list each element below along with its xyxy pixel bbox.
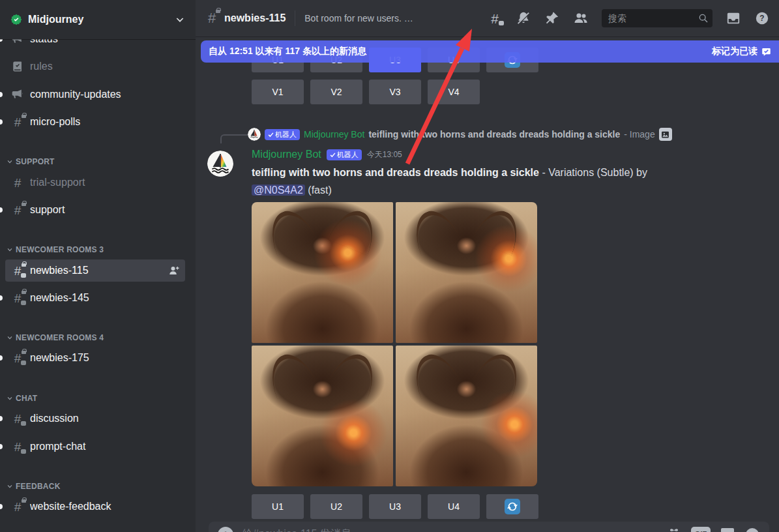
category-newcomer-rooms-3[interactable]: NEWCOMER ROOMS 3 [5, 242, 185, 258]
sidebar-item-newbies-145[interactable]: # newbies-145 [5, 287, 185, 309]
message-input[interactable] [241, 527, 658, 532]
generated-image-1[interactable] [252, 202, 393, 343]
sidebar-item-prompt-chat[interactable]: # prompt-chat [5, 436, 185, 458]
emoji-icon[interactable] [744, 527, 760, 532]
prompt-text: teifling with two horns and dreads dread… [252, 167, 539, 178]
sidebar-item-trial-support[interactable]: # trial-support [5, 171, 185, 194]
sidebar-item-community-updates[interactable]: community-updates [5, 83, 185, 106]
hash-bubble-icon: # [10, 411, 25, 426]
channel-label: discussion [30, 413, 180, 424]
message-tail: (fast) [308, 185, 331, 196]
check-icon [330, 152, 336, 158]
upscale-button-u4-bottom[interactable]: U4 [428, 494, 480, 519]
search-box[interactable] [602, 9, 713, 27]
category-chat[interactable]: CHAT [5, 391, 185, 406]
gif-icon[interactable]: GIF [691, 527, 711, 532]
avatar[interactable] [207, 151, 233, 177]
composer-icons: GIF [666, 527, 760, 532]
upscale-button-u2-bottom[interactable]: U2 [310, 494, 362, 519]
channel-label: prompt-chat [30, 441, 180, 452]
sidebar-item-support[interactable]: # support [5, 199, 185, 221]
hash-lock-icon: # [205, 10, 219, 27]
inbox-icon[interactable] [726, 10, 741, 26]
channel-label: website-feedback [30, 501, 180, 512]
threads-icon[interactable]: # [487, 10, 503, 26]
variation-button-v3[interactable]: V3 [369, 80, 421, 104]
generated-image-grid[interactable] [252, 202, 537, 486]
server-header[interactable]: Midjourney [0, 0, 196, 39]
hash-lock-icon: # [10, 203, 25, 217]
search-input[interactable] [607, 12, 698, 24]
header-toolbar: # ? [487, 9, 770, 27]
sidebar-item-newbies-115[interactable]: # newbies-115 [5, 259, 185, 282]
help-icon[interactable]: ? [754, 10, 770, 26]
message-composer[interactable]: + GIF [209, 522, 769, 532]
category-support[interactable]: SUPPORT [5, 154, 185, 170]
search-icon [698, 13, 709, 23]
unread-dot [0, 295, 3, 301]
reply-spine [220, 134, 249, 143]
sidebar-item-website-feedback[interactable]: # website-feedback [5, 495, 185, 518]
attach-plus-icon[interactable]: + [218, 527, 233, 532]
hash-icon: # [10, 175, 25, 190]
chevron-down-icon [175, 14, 185, 25]
sidebar-item-rules[interactable]: rules [5, 55, 185, 78]
user-mention[interactable]: @N0S4A2 [252, 185, 305, 196]
upscale-button-u3-bottom[interactable]: U3 [369, 494, 421, 519]
category-feedback[interactable]: FEEDBACK [5, 479, 185, 494]
refresh-icon [505, 499, 520, 514]
reply-author[interactable]: Midjourney Bot [304, 129, 364, 140]
chat-main: U1 U2 U3 U4 V1 V2 V3 V4 机器人 Midjourney B… [196, 0, 779, 532]
variation-button-v2[interactable]: V2 [310, 80, 362, 104]
hash-lock-icon: # [10, 115, 25, 129]
divider [295, 10, 295, 26]
unread-dot [0, 504, 3, 509]
generated-image-2[interactable] [396, 202, 537, 343]
bot-badge: 机器人 [265, 129, 300, 140]
channel-title: newbies-115 [224, 12, 286, 24]
reroll-button-bottom[interactable] [486, 494, 538, 519]
message-meta: - Variations (Subtle) by [542, 167, 647, 178]
generated-image-4[interactable] [396, 346, 537, 486]
pinned-messages-icon[interactable] [544, 10, 560, 26]
chevron-down-icon [7, 246, 13, 253]
chevron-down-icon [7, 334, 13, 341]
reply-text[interactable]: teifling with two horns and dreads dread… [368, 129, 620, 140]
unread-dot [0, 119, 3, 125]
message-text-line2: @N0S4A2 (fast) [252, 183, 734, 198]
reply-reference[interactable]: 机器人 Midjourney Bot teifling with two hor… [248, 126, 672, 142]
category-newcomer-rooms-4[interactable]: NEWCOMER ROOMS 4 [5, 330, 185, 346]
members-icon[interactable] [573, 10, 589, 26]
image-attachment-icon [659, 128, 672, 141]
channel-label: micro-polls [30, 116, 180, 128]
discord-app: status rules community-updates # micro-p… [0, 0, 779, 532]
hash-lock-icon: # [10, 499, 25, 514]
generated-image-3[interactable] [252, 346, 393, 486]
channel-topic[interactable]: Bot room for new users. … [304, 13, 413, 23]
upscale-button-u1-bottom[interactable]: U1 [252, 494, 304, 519]
unread-dot [0, 92, 3, 97]
sticker-icon[interactable] [720, 527, 735, 532]
gift-icon[interactable] [666, 527, 682, 532]
sidebar-item-newbies-175[interactable]: # newbies-175 [5, 347, 185, 369]
new-messages-bar[interactable]: 自从 12:51 以来有 117 条以上的新消息 标记为已读 [201, 40, 779, 63]
unread-dot [0, 207, 3, 213]
chevron-down-icon [7, 483, 13, 490]
notifications-off-icon[interactable] [516, 10, 531, 26]
message-header: Midjourney Bot 机器人 今天13:05 [252, 149, 402, 160]
variation-button-v4[interactable]: V4 [428, 80, 480, 104]
sidebar-item-discussion[interactable]: # discussion [5, 407, 185, 430]
hash-lock-bubble-icon: # [10, 351, 25, 365]
message-timestamp: 今天13:05 [367, 149, 402, 160]
message-author[interactable]: Midjourney Bot [252, 149, 321, 160]
channel-sidebar: status rules community-updates # micro-p… [0, 0, 196, 532]
add-member-icon[interactable] [168, 265, 180, 276]
reply-suffix: - Image [624, 129, 654, 140]
sidebar-item-micro-polls[interactable]: # micro-polls [5, 111, 185, 133]
channel-label: rules [30, 61, 180, 72]
message-text: teifling with two horns and dreads dread… [252, 166, 734, 180]
mark-as-read-button[interactable]: 标记为已读 [712, 46, 771, 57]
unread-dot [0, 355, 3, 361]
channel-header: # newbies-115 Bot room for new users. … … [196, 0, 779, 37]
variation-button-v1[interactable]: V1 [252, 80, 304, 104]
